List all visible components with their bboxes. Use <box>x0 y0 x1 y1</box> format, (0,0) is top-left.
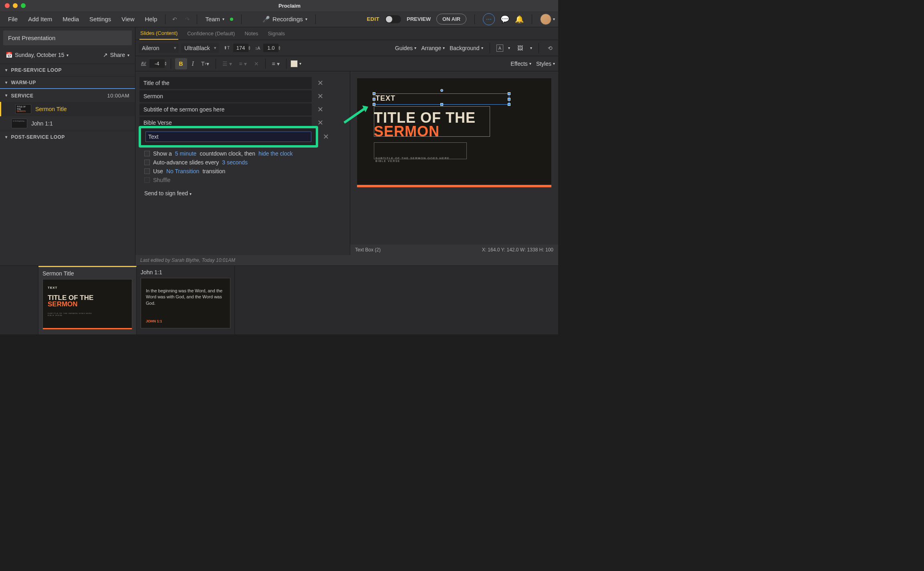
text-toolbar-1: Aileron UltraBlack ⬆T ▴▾ ↕A ▴▾ Guides ▾ … <box>135 40 558 56</box>
countdown-action-link[interactable]: hide the clock <box>258 150 293 157</box>
editor-panel: Slides (Content) Confidence (Default) No… <box>135 27 558 265</box>
textbox-icon[interactable]: A <box>496 45 503 52</box>
countdown-duration-link[interactable]: 5 minute <box>175 150 197 157</box>
remove-field-button[interactable]: ✕ <box>315 118 325 127</box>
on-air-button[interactable]: ON AIR <box>436 14 466 24</box>
bold-button[interactable]: B <box>175 58 187 69</box>
shuffle-option[interactable]: Shuffle <box>139 176 346 184</box>
tab-slides[interactable]: Slides (Content) <box>139 27 178 40</box>
redo-button[interactable]: ↷ <box>182 13 194 25</box>
guides-dropdown[interactable]: Guides ▾ <box>395 45 416 51</box>
recordings-dropdown[interactable]: 🎤 Recordings ▾ <box>258 16 312 23</box>
auto-advance-option[interactable]: Auto-advance slides every 3 seconds <box>139 158 346 167</box>
align-button[interactable]: ≡ ▾ <box>270 59 282 69</box>
transition-option[interactable]: Use No Transition transition <box>139 167 346 176</box>
share-button[interactable]: ↗ Share ▾ <box>103 52 129 58</box>
section-post-service[interactable]: ▸ POST-SERVICE LOOP <box>0 131 135 143</box>
line-height-stepper[interactable]: ▴▾ <box>278 46 280 50</box>
preview-status-bar: Text Box (2) X: 164.0 Y: 142.0 W: 1338 H… <box>350 245 558 255</box>
section-warm-up[interactable]: ▸ WARM-UP <box>0 76 135 89</box>
remove-field-button[interactable]: ✕ <box>315 92 325 101</box>
title-line-1-field[interactable]: Title of the <box>139 77 312 89</box>
transition-checkbox[interactable] <box>144 168 150 174</box>
minimize-window-button[interactable] <box>13 3 18 8</box>
close-window-button[interactable] <box>5 3 10 8</box>
chat-icon[interactable]: 💬 <box>500 15 509 24</box>
clear-format-button[interactable]: ✕ <box>252 59 261 69</box>
countdown-option[interactable]: Show a 5 minute countdown clock, then hi… <box>139 149 346 158</box>
team-dropdown[interactable]: Team▾ <box>200 13 238 25</box>
canvas-subtitle[interactable]: SUBTITLE OF THE SERMON GOES HERE BIBLE V… <box>375 157 450 162</box>
share-icon: ↗ <box>103 52 108 58</box>
countdown-checkbox[interactable] <box>144 151 150 156</box>
effects-dropdown[interactable]: Effects ▾ <box>510 61 531 67</box>
text-color-picker[interactable]: ▾ <box>291 60 301 67</box>
bullet-list-button[interactable]: ☰ ▾ <box>220 59 234 69</box>
font-weight-select[interactable]: UltraBlack <box>181 43 219 53</box>
line-height-input[interactable] <box>263 44 278 52</box>
chevron-down-icon: ▸ <box>4 95 9 97</box>
tab-notes[interactable]: Notes <box>244 28 259 39</box>
slide-canvas[interactable]: TEXT TITLE OF THE SERMON SUBTITLE OF THE… <box>357 78 552 188</box>
section-service[interactable]: ▸ SERVICE 10:00AM <box>0 89 135 102</box>
preview-panel: TEXT TITLE OF THE SERMON SUBTITLE OF THE… <box>350 71 558 255</box>
menu-add-item[interactable]: Add Item <box>23 13 57 25</box>
sidebar: Font Presentation 📅 Sunday, October 15 ▾… <box>0 27 135 265</box>
remove-field-button[interactable]: ✕ <box>315 79 325 87</box>
background-dropdown[interactable]: Background ▾ <box>450 45 483 51</box>
notifications-icon[interactable]: 🔔 <box>515 15 524 24</box>
remove-field-button[interactable]: ✕ <box>321 132 330 141</box>
slide-thumbnail: TITLE OF THESERMON <box>15 104 31 114</box>
text-toolbar-2: AV ▴▾ B I Tт ▾ ☰ ▾ ≡ ▾ ✕ ≡ ▾ ▾ Effects ▾… <box>135 56 558 71</box>
slide-item-john-1-1[interactable]: In the beginning... John 1:1 <box>0 116 135 131</box>
transition-type-link[interactable]: No Transition <box>166 168 199 174</box>
tab-signals[interactable]: Signals <box>267 28 286 39</box>
timeline-item-sermon-title[interactable]: Sermon Title TEXT TITLE OF THE SERMON SU… <box>38 266 137 334</box>
subtitle-field[interactable]: Subtitle of the sermon goes here <box>139 103 312 115</box>
menu-media[interactable]: Media <box>58 13 84 25</box>
font-family-select[interactable]: Aileron <box>139 43 179 53</box>
text-case-button[interactable]: Tт ▾ <box>199 59 212 69</box>
refresh-icon[interactable]: ⟲ <box>545 43 555 53</box>
tab-confidence[interactable]: Confidence (Default) <box>186 28 236 39</box>
indent-button[interactable]: ≡ ▾ <box>237 59 249 69</box>
italic-button[interactable]: I <box>190 59 196 69</box>
user-menu[interactable]: ▾ <box>540 14 555 25</box>
arrange-dropdown[interactable]: Arrange ▾ <box>421 45 445 51</box>
image-icon[interactable]: 🖼 <box>515 43 525 53</box>
presentation-name[interactable]: Font Presentation <box>3 30 132 45</box>
date-picker[interactable]: 📅 Sunday, October 15 ▾ <box>6 52 69 58</box>
timeline-item-john-1-1[interactable]: John 1:1 In the beginning was the Word, … <box>137 266 235 334</box>
menu-help[interactable]: Help <box>140 13 162 25</box>
remove-field-button[interactable]: ✕ <box>315 105 325 114</box>
title-line-2-field[interactable]: Sermon <box>139 90 312 102</box>
edit-preview-toggle[interactable] <box>385 15 401 23</box>
send-to-sign-dropdown[interactable]: Send to sign feed ▾ <box>139 184 346 202</box>
more-actions-button[interactable]: ⋯ <box>483 13 495 25</box>
online-indicator-icon <box>230 18 233 21</box>
calendar-icon: 📅 <box>6 52 12 58</box>
font-size-input[interactable] <box>233 44 248 52</box>
menu-settings[interactable]: Settings <box>85 13 116 25</box>
timeline-thumbnail: TEXT TITLE OF THE SERMON SUBTITLE OF THE… <box>42 279 132 330</box>
section-pre-service[interactable]: ▸ PRE-SERVICE LOOP <box>0 64 135 76</box>
menu-view[interactable]: View <box>117 13 139 25</box>
tracking-stepper[interactable]: ▴▾ <box>165 61 167 66</box>
styles-dropdown[interactable]: Styles ▾ <box>536 61 555 67</box>
canvas-title[interactable]: TITLE OF THE SERMON <box>374 111 476 138</box>
timeline-spacer <box>0 266 38 334</box>
text-field-highlighted[interactable] <box>139 127 317 147</box>
font-size-icon: ⬆T <box>221 44 232 52</box>
canvas-text-element[interactable]: TEXT <box>375 94 395 103</box>
menu-file[interactable]: File <box>3 13 22 25</box>
auto-advance-checkbox[interactable] <box>144 160 150 165</box>
auto-advance-duration-link[interactable]: 3 seconds <box>222 159 248 166</box>
window-controls <box>5 3 26 8</box>
text-input[interactable] <box>145 132 311 142</box>
slide-item-sermon-title[interactable]: TITLE OF THESERMON Sermon Title <box>0 102 135 116</box>
undo-button[interactable]: ↶ <box>169 13 181 25</box>
font-size-stepper[interactable]: ▴▾ <box>248 46 250 50</box>
tracking-input[interactable] <box>149 59 165 68</box>
shuffle-checkbox[interactable] <box>144 177 150 183</box>
maximize-window-button[interactable] <box>21 3 26 8</box>
